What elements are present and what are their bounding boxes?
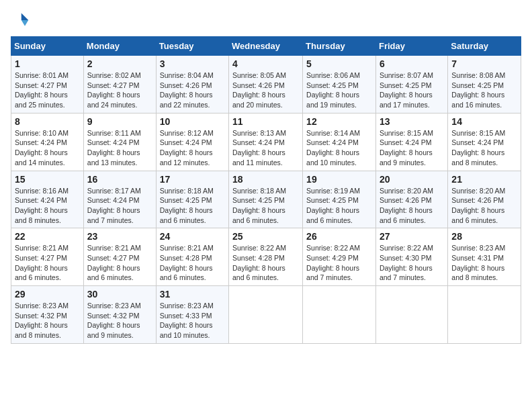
col-sunday: Sunday <box>11 37 84 56</box>
day-number: 20 <box>380 174 444 185</box>
day-info: Sunrise: 8:13 AM Sunset: 4:24 PM Dayligh… <box>232 128 299 168</box>
table-row: 10 Sunrise: 8:12 AM Sunset: 4:24 PM Dayl… <box>156 113 228 171</box>
day-number: 10 <box>160 116 225 127</box>
day-number: 11 <box>232 116 299 127</box>
logo <box>11 11 32 30</box>
day-number: 13 <box>380 116 444 127</box>
table-row: 15 Sunrise: 8:16 AM Sunset: 4:24 PM Dayl… <box>11 171 84 228</box>
table-row: 1 Sunrise: 8:01 AM Sunset: 4:27 PM Dayli… <box>11 56 84 113</box>
day-number: 19 <box>306 174 372 185</box>
day-number: 26 <box>306 231 372 242</box>
table-row: 19 Sunrise: 8:19 AM Sunset: 4:25 PM Dayl… <box>303 171 376 228</box>
day-info: Sunrise: 8:01 AM Sunset: 4:27 PM Dayligh… <box>15 71 80 110</box>
col-wednesday: Wednesday <box>229 37 303 56</box>
day-number: 5 <box>306 58 372 69</box>
day-number: 4 <box>232 58 299 69</box>
svg-marker-0 <box>21 13 29 21</box>
table-row: 9 Sunrise: 8:11 AM Sunset: 4:24 PM Dayli… <box>83 113 156 171</box>
day-number: 8 <box>15 116 80 127</box>
day-info: Sunrise: 8:08 AM Sunset: 4:25 PM Dayligh… <box>451 71 517 110</box>
table-row: 21 Sunrise: 8:20 AM Sunset: 4:26 PM Dayl… <box>448 171 521 228</box>
table-row: 2 Sunrise: 8:02 AM Sunset: 4:27 PM Dayli… <box>83 56 156 113</box>
day-number: 27 <box>380 231 444 242</box>
day-number: 1 <box>15 58 80 69</box>
table-row: 25 Sunrise: 8:22 AM Sunset: 4:28 PM Dayl… <box>229 228 303 286</box>
table-row: 3 Sunrise: 8:04 AM Sunset: 4:26 PM Dayli… <box>156 56 228 113</box>
col-tuesday: Tuesday <box>156 37 228 56</box>
day-number: 3 <box>160 58 225 69</box>
calendar-table: Sunday Monday Tuesday Wednesday Thursday… <box>11 36 521 344</box>
day-number: 25 <box>232 231 299 242</box>
table-row: 11 Sunrise: 8:13 AM Sunset: 4:24 PM Dayl… <box>229 113 303 171</box>
day-info: Sunrise: 8:23 AM Sunset: 4:32 PM Dayligh… <box>87 301 152 340</box>
table-row: 24 Sunrise: 8:21 AM Sunset: 4:28 PM Dayl… <box>156 228 228 286</box>
calendar-week-row: 29 Sunrise: 8:23 AM Sunset: 4:32 PM Dayl… <box>11 286 521 344</box>
day-info: Sunrise: 8:05 AM Sunset: 4:26 PM Dayligh… <box>232 71 299 110</box>
table-row <box>303 286 376 344</box>
table-row <box>375 286 447 344</box>
day-info: Sunrise: 8:22 AM Sunset: 4:29 PM Dayligh… <box>306 243 372 283</box>
table-row <box>448 286 521 344</box>
day-number: 30 <box>87 289 152 300</box>
calendar-week-row: 22 Sunrise: 8:21 AM Sunset: 4:27 PM Dayl… <box>11 228 521 286</box>
calendar-week-row: 1 Sunrise: 8:01 AM Sunset: 4:27 PM Dayli… <box>11 56 521 113</box>
calendar-week-row: 15 Sunrise: 8:16 AM Sunset: 4:24 PM Dayl… <box>11 171 521 228</box>
day-info: Sunrise: 8:15 AM Sunset: 4:24 PM Dayligh… <box>380 128 444 168</box>
table-row: 13 Sunrise: 8:15 AM Sunset: 4:24 PM Dayl… <box>375 113 447 171</box>
day-number: 23 <box>87 231 152 242</box>
day-number: 16 <box>87 174 152 185</box>
table-row <box>229 286 303 344</box>
day-number: 18 <box>232 174 299 185</box>
table-row: 22 Sunrise: 8:21 AM Sunset: 4:27 PM Dayl… <box>11 228 84 286</box>
day-info: Sunrise: 8:18 AM Sunset: 4:25 PM Dayligh… <box>232 186 299 226</box>
calendar-week-row: 8 Sunrise: 8:10 AM Sunset: 4:24 PM Dayli… <box>11 113 521 171</box>
day-info: Sunrise: 8:22 AM Sunset: 4:28 PM Dayligh… <box>232 243 299 283</box>
header-row: Sunday Monday Tuesday Wednesday Thursday… <box>11 37 521 56</box>
table-row: 29 Sunrise: 8:23 AM Sunset: 4:32 PM Dayl… <box>11 286 84 344</box>
day-number: 7 <box>451 58 517 69</box>
day-info: Sunrise: 8:21 AM Sunset: 4:27 PM Dayligh… <box>87 243 152 283</box>
table-row: 6 Sunrise: 8:07 AM Sunset: 4:25 PM Dayli… <box>375 56 447 113</box>
day-number: 9 <box>87 116 152 127</box>
col-friday: Friday <box>375 37 447 56</box>
day-number: 21 <box>451 174 517 185</box>
table-row: 17 Sunrise: 8:18 AM Sunset: 4:25 PM Dayl… <box>156 171 228 228</box>
day-info: Sunrise: 8:21 AM Sunset: 4:27 PM Dayligh… <box>15 243 80 283</box>
day-info: Sunrise: 8:10 AM Sunset: 4:24 PM Dayligh… <box>15 128 80 168</box>
day-number: 6 <box>380 58 444 69</box>
day-info: Sunrise: 8:22 AM Sunset: 4:30 PM Dayligh… <box>380 243 444 283</box>
table-row: 16 Sunrise: 8:17 AM Sunset: 4:24 PM Dayl… <box>83 171 156 228</box>
table-row: 20 Sunrise: 8:20 AM Sunset: 4:26 PM Dayl… <box>375 171 447 228</box>
table-row: 4 Sunrise: 8:05 AM Sunset: 4:26 PM Dayli… <box>229 56 303 113</box>
table-row: 8 Sunrise: 8:10 AM Sunset: 4:24 PM Dayli… <box>11 113 84 171</box>
day-info: Sunrise: 8:21 AM Sunset: 4:28 PM Dayligh… <box>160 243 225 283</box>
logo-icon <box>11 11 30 30</box>
day-number: 31 <box>160 289 225 300</box>
table-row: 7 Sunrise: 8:08 AM Sunset: 4:25 PM Dayli… <box>448 56 521 113</box>
day-number: 24 <box>160 231 225 242</box>
day-info: Sunrise: 8:23 AM Sunset: 4:31 PM Dayligh… <box>451 243 517 283</box>
day-info: Sunrise: 8:23 AM Sunset: 4:32 PM Dayligh… <box>15 301 80 340</box>
day-info: Sunrise: 8:16 AM Sunset: 4:24 PM Dayligh… <box>15 186 80 226</box>
day-number: 2 <box>87 58 152 69</box>
day-info: Sunrise: 8:15 AM Sunset: 4:24 PM Dayligh… <box>451 128 517 168</box>
table-row: 31 Sunrise: 8:23 AM Sunset: 4:33 PM Dayl… <box>156 286 228 344</box>
table-row: 30 Sunrise: 8:23 AM Sunset: 4:32 PM Dayl… <box>83 286 156 344</box>
day-info: Sunrise: 8:19 AM Sunset: 4:25 PM Dayligh… <box>306 186 372 226</box>
day-number: 28 <box>451 231 517 242</box>
day-info: Sunrise: 8:17 AM Sunset: 4:24 PM Dayligh… <box>87 186 152 226</box>
day-info: Sunrise: 8:04 AM Sunset: 4:26 PM Dayligh… <box>160 71 225 110</box>
svg-marker-1 <box>21 20 29 26</box>
day-info: Sunrise: 8:20 AM Sunset: 4:26 PM Dayligh… <box>451 186 517 226</box>
day-number: 29 <box>15 289 80 300</box>
day-info: Sunrise: 8:12 AM Sunset: 4:24 PM Dayligh… <box>160 128 225 168</box>
day-info: Sunrise: 8:06 AM Sunset: 4:25 PM Dayligh… <box>306 71 372 110</box>
day-number: 15 <box>15 174 80 185</box>
day-info: Sunrise: 8:18 AM Sunset: 4:25 PM Dayligh… <box>160 186 225 226</box>
day-info: Sunrise: 8:07 AM Sunset: 4:25 PM Dayligh… <box>380 71 444 110</box>
day-info: Sunrise: 8:11 AM Sunset: 4:24 PM Dayligh… <box>87 128 152 168</box>
table-row: 12 Sunrise: 8:14 AM Sunset: 4:24 PM Dayl… <box>303 113 376 171</box>
table-row: 26 Sunrise: 8:22 AM Sunset: 4:29 PM Dayl… <box>303 228 376 286</box>
day-number: 12 <box>306 116 372 127</box>
day-number: 22 <box>15 231 80 242</box>
